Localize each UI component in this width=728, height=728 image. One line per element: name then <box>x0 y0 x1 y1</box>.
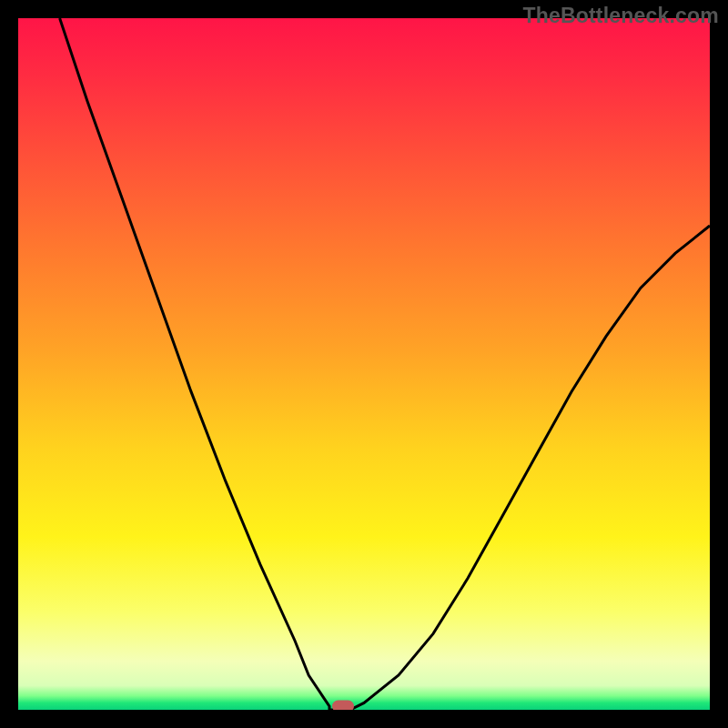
chart-frame: TheBottleneck.com <box>0 0 728 728</box>
plot-area <box>18 18 710 710</box>
watermark-text: TheBottleneck.com <box>522 4 719 28</box>
curve-path <box>60 18 710 710</box>
optimum-marker <box>332 701 354 710</box>
bottleneck-curve <box>18 18 710 710</box>
